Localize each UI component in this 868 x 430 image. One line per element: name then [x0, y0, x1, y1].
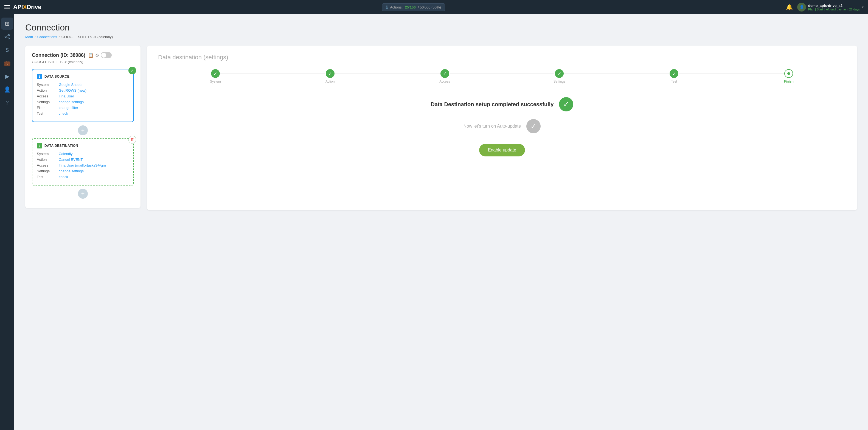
- hamburger-menu[interactable]: [4, 5, 10, 9]
- left-panel: Connection (ID: 38986) 📋 ⚙ GOOGLE SHEETS…: [25, 45, 141, 208]
- navbar-left: APIXDrive: [4, 4, 41, 11]
- navbar-right: 🔔 👤 demo_apix-drive_s2 Plan | Start | le…: [786, 3, 864, 11]
- svg-point-2: [8, 38, 10, 39]
- source-row-system: System Google Sheets: [37, 83, 129, 87]
- navbar: APIXDrive ℹ Actions: 25'156 / 50'000 (50…: [0, 0, 868, 14]
- breadcrumb-current: GOOGLE SHEETS -> (calendly): [61, 35, 113, 39]
- dest-row-test: Test check: [37, 175, 129, 179]
- step-finish: Finish: [731, 69, 846, 84]
- step-test: ✓ Test: [617, 69, 731, 84]
- source-row-action: Action Get ROWS (new): [37, 88, 129, 92]
- logo-api-text: API: [13, 4, 23, 11]
- navbar-center: ℹ Actions: 25'156 / 50'000 (50%): [41, 3, 786, 11]
- svg-point-1: [8, 35, 10, 36]
- user-plan: Plan | Start | left until payment 26 day…: [808, 8, 860, 11]
- source-row-access: Access Tina User: [37, 94, 129, 98]
- success-check-icon: ✓: [559, 97, 573, 112]
- step-settings-circle: ✓: [555, 69, 564, 78]
- logo-x-text: X: [23, 4, 27, 11]
- add-button-2[interactable]: +: [78, 189, 88, 199]
- success-row-2: Now let's turn on Auto-update ✓: [464, 119, 540, 133]
- source-row-filter: Filter change filter: [37, 106, 129, 110]
- breadcrumb-connections[interactable]: Connections: [37, 35, 57, 39]
- add-button-1[interactable]: +: [78, 125, 88, 135]
- step-finish-label: Finish: [784, 80, 793, 84]
- sidebar-item-help[interactable]: ?: [1, 97, 13, 109]
- step-finish-circle: [784, 69, 793, 78]
- auto-update-icon: ✓: [526, 119, 540, 133]
- sidebar: ⊞ $ 💼 ▶ 👤 ?: [0, 14, 14, 430]
- destination-block-header: 2 DATA DESTINATION: [37, 143, 129, 149]
- dest-row-action: Action Cancel EVENT: [37, 157, 129, 162]
- dest-row-system: System Calendly: [37, 152, 129, 156]
- step-access-circle: ✓: [440, 69, 449, 78]
- sidebar-item-billing[interactable]: $: [1, 44, 13, 56]
- actions-label: Actions:: [390, 5, 403, 9]
- step-access-label: Access: [439, 80, 450, 84]
- logo-drive-text: Drive: [27, 4, 41, 11]
- step-settings: ✓ Settings: [502, 69, 617, 84]
- sidebar-item-profile[interactable]: 👤: [1, 84, 13, 95]
- source-block-header: 1 DATA SOURCE: [37, 74, 129, 79]
- step-action-circle: ✓: [326, 69, 335, 78]
- step-system: ✓ System: [158, 69, 273, 84]
- sidebar-item-automate[interactable]: ▶: [1, 70, 13, 82]
- user-section[interactable]: 👤 demo_apix-drive_s2 Plan | Start | left…: [797, 3, 864, 11]
- source-row-test: Test check: [37, 112, 129, 116]
- user-name: demo_apix-drive_s2: [808, 4, 860, 8]
- user-info: demo_apix-drive_s2 Plan | Start | left u…: [808, 4, 860, 11]
- breadcrumb-sep2: /: [59, 35, 60, 39]
- toggle-switch[interactable]: [101, 52, 112, 58]
- connection-header: Connection (ID: 38986) 📋 ⚙: [32, 52, 134, 58]
- page-title: Connection: [25, 23, 857, 33]
- success-row-1: Data Destination setup completed success…: [431, 97, 574, 112]
- copy-icon[interactable]: 📋: [88, 53, 94, 58]
- sidebar-item-dashboard[interactable]: ⊞: [1, 18, 13, 30]
- right-panel: Data destination (settings) ✓ System ✓ A…: [147, 45, 857, 210]
- destination-block-title: DATA DESTINATION: [44, 144, 78, 148]
- app-body: ⊞ $ 💼 ▶ 👤 ? Connection Main / Connection…: [0, 14, 868, 430]
- breadcrumb-sep1: /: [35, 35, 36, 39]
- dest-row-access: Access Tina User (mailfortasks3@gm: [37, 163, 129, 167]
- svg-line-3: [6, 35, 8, 36]
- sidebar-item-connections[interactable]: [1, 31, 13, 43]
- connection-icons: 📋 ⚙: [88, 52, 112, 58]
- enable-update-button[interactable]: Enable update: [479, 144, 525, 156]
- actions-total: / 50'000 (50%): [418, 5, 441, 9]
- step-action-label: Action: [326, 80, 335, 84]
- source-row-settings: Settings change settings: [37, 100, 129, 104]
- gear-icon[interactable]: ⚙: [95, 53, 99, 58]
- step-test-circle: ✓: [670, 69, 678, 78]
- step-action: ✓ Action: [273, 69, 388, 84]
- actions-count: 25'156: [405, 5, 415, 9]
- step-system-label: System: [210, 80, 221, 84]
- breadcrumb: Main / Connections / GOOGLE SHEETS -> (c…: [25, 35, 857, 39]
- destination-title: Data destination (settings): [158, 54, 846, 61]
- connection-id: Connection (ID: 38986): [32, 53, 85, 58]
- source-block-title: DATA SOURCE: [44, 74, 69, 79]
- data-destination-block: ✓ 🗑 2 DATA DESTINATION System Calendly A…: [32, 138, 134, 185]
- svg-line-4: [6, 37, 8, 38]
- info-icon: ℹ: [386, 5, 388, 10]
- dest-row-settings: Settings change settings: [37, 169, 129, 173]
- success-section: Data Destination setup completed success…: [158, 97, 846, 156]
- step-settings-label: Settings: [554, 80, 565, 84]
- step-test-label: Test: [671, 80, 677, 84]
- stepper: ✓ System ✓ Action ✓ Access ✓ Settings: [158, 69, 846, 84]
- source-check-icon: ✓: [128, 67, 136, 74]
- main-content: Connection Main / Connections / GOOGLE S…: [14, 14, 868, 430]
- logo: APIXDrive: [13, 4, 41, 11]
- success-title: Data Destination setup completed success…: [431, 100, 554, 108]
- sidebar-item-tasks[interactable]: 💼: [1, 57, 13, 69]
- delete-destination-button[interactable]: 🗑: [128, 136, 136, 144]
- bell-icon[interactable]: 🔔: [786, 4, 793, 10]
- actions-badge: ℹ Actions: 25'156 / 50'000 (50%): [382, 3, 445, 11]
- source-block-num: 1: [37, 74, 42, 79]
- breadcrumb-main[interactable]: Main: [25, 35, 33, 39]
- data-source-block: ✓ 1 DATA SOURCE System Google Sheets Act…: [32, 69, 134, 122]
- step-access: ✓ Access: [388, 69, 502, 84]
- chevron-down-icon: ▾: [862, 5, 864, 9]
- svg-point-0: [5, 36, 6, 38]
- connection-subtitle: GOOGLE SHEETS -> (calendly): [32, 60, 134, 64]
- auto-update-text: Now let's turn on Auto-update: [464, 123, 521, 129]
